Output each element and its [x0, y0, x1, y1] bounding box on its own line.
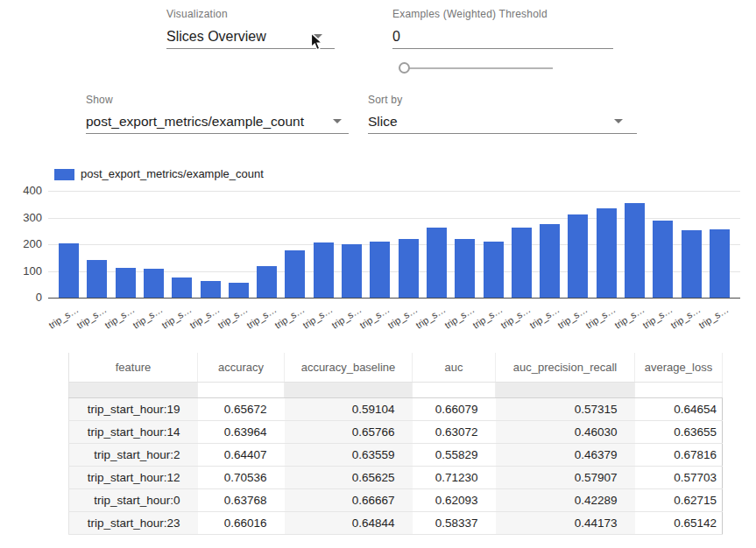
filter-cell — [69, 382, 198, 397]
metric-cell[interactable]: 0.63768 — [198, 488, 285, 511]
bar[interactable] — [455, 239, 475, 298]
metric-cell[interactable]: 0.62715 — [635, 488, 723, 511]
bar[interactable] — [568, 214, 588, 298]
bar[interactable] — [427, 228, 447, 298]
y-axis-tick-label: 200 — [14, 237, 42, 250]
metric-cell[interactable]: 0.70536 — [198, 466, 285, 488]
bar[interactable] — [512, 228, 532, 298]
bar[interactable] — [370, 242, 390, 298]
bar[interactable] — [710, 229, 730, 298]
metric-cell[interactable]: 0.59104 — [285, 397, 413, 420]
bar[interactable] — [144, 269, 164, 298]
filter-cell — [198, 382, 285, 397]
metric-cell[interactable]: 0.58337 — [413, 511, 496, 534]
metric-cell[interactable]: 0.65142 — [635, 511, 723, 534]
bar[interactable] — [342, 244, 362, 298]
metric-cell[interactable]: 0.64844 — [285, 511, 413, 534]
bar[interactable] — [201, 281, 221, 298]
y-axis-tick-label: 100 — [14, 264, 42, 278]
table-row[interactable]: trip_start_hour:190.656720.591040.660790… — [69, 397, 723, 420]
bar[interactable] — [484, 242, 504, 298]
metric-cell[interactable]: 0.46030 — [496, 420, 635, 443]
metric-cell[interactable]: 0.46379 — [496, 443, 635, 466]
column-header[interactable]: auc — [413, 353, 496, 382]
y-axis-tick-label: 300 — [14, 211, 42, 224]
column-header[interactable]: auc_precision_recall — [496, 353, 635, 382]
filter-cell — [635, 382, 723, 397]
bar[interactable] — [653, 221, 673, 298]
bar[interactable] — [257, 266, 277, 298]
metric-cell[interactable]: 0.57315 — [496, 397, 635, 420]
metric-cell[interactable]: 0.64407 — [198, 443, 285, 466]
metric-cell[interactable]: 0.57703 — [635, 466, 723, 488]
filter-cell — [496, 382, 635, 397]
metric-cell[interactable]: 0.57907 — [496, 466, 635, 488]
metric-cell[interactable]: 0.63559 — [285, 443, 413, 466]
metric-cell[interactable]: 0.44173 — [496, 511, 635, 534]
table-filter-row — [69, 382, 723, 397]
bar[interactable] — [59, 243, 79, 298]
metric-cell[interactable]: 0.55829 — [413, 443, 496, 466]
bar[interactable] — [172, 278, 192, 298]
metric-cell[interactable]: 0.65672 — [198, 397, 285, 420]
metrics-table-container: featureaccuracyaccuracy_baselineaucauc_p… — [68, 353, 723, 535]
metric-cell[interactable]: 0.65625 — [285, 466, 413, 488]
filter-cell — [413, 382, 496, 397]
x-axis-line — [48, 298, 740, 299]
filter-cell — [285, 382, 413, 397]
y-axis-tick-label: 0 — [14, 291, 42, 304]
bar[interactable] — [597, 208, 617, 298]
metric-cell[interactable]: 0.66667 — [285, 488, 413, 511]
metric-cell[interactable]: 0.66016 — [198, 511, 285, 534]
table-row[interactable]: trip_start_hour:140.639640.657660.630720… — [69, 420, 723, 443]
metric-cell[interactable]: 0.65766 — [285, 420, 413, 443]
metric-cell[interactable]: 0.71230 — [413, 466, 496, 488]
table-row[interactable]: trip_start_hour:20.644070.635590.558290.… — [69, 443, 723, 466]
table-row[interactable]: trip_start_hour:00.637680.666670.620930.… — [69, 488, 723, 511]
feature-cell[interactable]: trip_start_hour:23 — [69, 511, 198, 534]
feature-cell[interactable]: trip_start_hour:14 — [69, 420, 198, 443]
feature-cell[interactable]: trip_start_hour:19 — [69, 397, 198, 420]
metrics-table: featureaccuracyaccuracy_baselineaucauc_p… — [68, 353, 723, 535]
bar[interactable] — [285, 250, 305, 298]
table-row[interactable]: trip_start_hour:230.660160.648440.583370… — [69, 511, 723, 534]
table-header-row: featureaccuracyaccuracy_baselineaucauc_p… — [69, 353, 723, 382]
mouse-cursor-icon — [310, 32, 323, 55]
bar[interactable] — [314, 242, 334, 298]
bar[interactable] — [625, 203, 645, 298]
metric-cell[interactable]: 0.64654 — [635, 397, 723, 420]
metric-cell[interactable]: 0.63964 — [198, 420, 285, 443]
bar[interactable] — [116, 268, 136, 298]
column-header[interactable]: accuracy_baseline — [285, 353, 413, 382]
column-header[interactable]: average_loss — [635, 353, 723, 382]
tfma-slices-overview-app: Visualization Slices Overview Examples (… — [0, 0, 756, 548]
metric-cell[interactable]: 0.63655 — [635, 420, 723, 443]
metric-cell[interactable]: 0.62093 — [413, 488, 496, 511]
metric-cell[interactable]: 0.67816 — [635, 443, 723, 466]
bar[interactable] — [682, 230, 702, 298]
bar[interactable] — [87, 260, 107, 298]
column-header[interactable]: accuracy — [198, 353, 285, 382]
bar[interactable] — [229, 283, 249, 298]
y-axis-tick-label: 400 — [14, 184, 42, 197]
column-header[interactable]: feature — [69, 353, 198, 382]
metric-cell[interactable]: 0.66079 — [413, 397, 496, 420]
metric-cell[interactable]: 0.63072 — [413, 420, 496, 443]
y-gridline — [48, 191, 740, 192]
feature-cell[interactable]: trip_start_hour:0 — [69, 488, 198, 511]
bar[interactable] — [540, 224, 560, 298]
bar[interactable] — [399, 239, 419, 298]
feature-cell[interactable]: trip_start_hour:12 — [69, 466, 198, 488]
feature-cell[interactable]: trip_start_hour:2 — [69, 443, 198, 466]
metric-cell[interactable]: 0.42289 — [496, 488, 635, 511]
table-row[interactable]: trip_start_hour:120.705360.656250.712300… — [69, 466, 723, 488]
